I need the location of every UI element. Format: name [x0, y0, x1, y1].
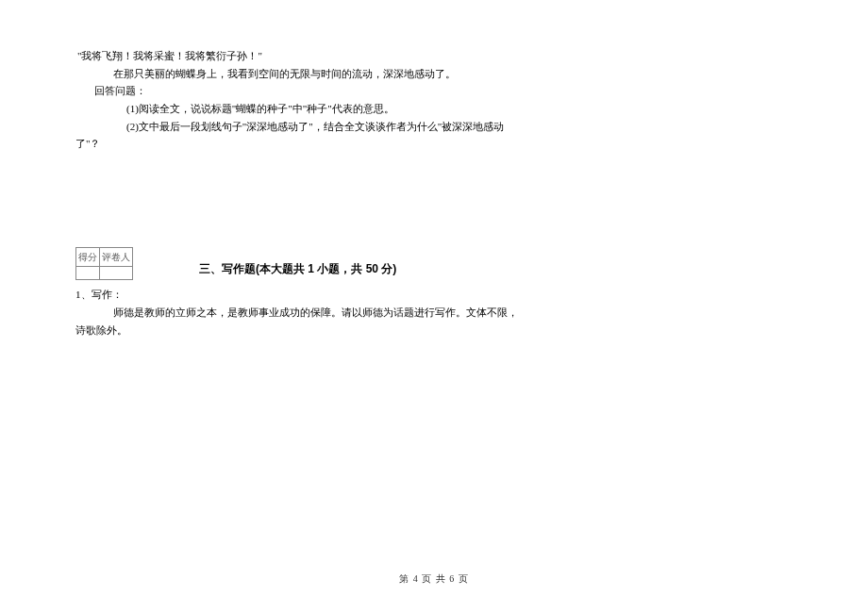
- score-header-cell: 得分: [76, 248, 100, 267]
- reviewer-header-cell: 评卷人: [100, 248, 133, 267]
- question-2-line-1: (2)文中最后一段划线句子"深深地感动了"，结合全文谈谈作者为什么"被深深地感动: [126, 118, 793, 136]
- score-reviewer-table: 得分 评卷人: [75, 247, 133, 280]
- writing-prompt-line-1: 师德是教师的立师之本，是教师事业成功的保障。请以师德为话题进行写作。文体不限，: [113, 304, 793, 322]
- writing-question-number: 1、写作：: [75, 286, 793, 304]
- passage-line-1: 在那只美丽的蝴蝶身上，我看到空间的无限与时间的流动，深深地感动了。: [113, 65, 793, 83]
- page-footer: 第 4 页 共 6 页: [0, 571, 868, 587]
- score-value-cell: [76, 267, 100, 280]
- reviewer-value-cell: [100, 267, 133, 280]
- answer-label: 回答问题：: [94, 82, 793, 100]
- passage-quote: "我将飞翔！我将采蜜！我将繁衍子孙！": [77, 47, 793, 65]
- score-section-row: 得分 评卷人 三、写作题(本大题共 1 小题，共 50 分): [75, 247, 793, 280]
- writing-prompt-line-2: 诗歌除外。: [75, 322, 793, 340]
- question-1: (1)阅读全文，说说标题"蝴蝶的种子"中"种子"代表的意思。: [126, 100, 793, 118]
- section-3-title: 三、写作题(本大题共 1 小题，共 50 分): [199, 247, 396, 278]
- question-2-line-2: 了"？: [75, 135, 793, 153]
